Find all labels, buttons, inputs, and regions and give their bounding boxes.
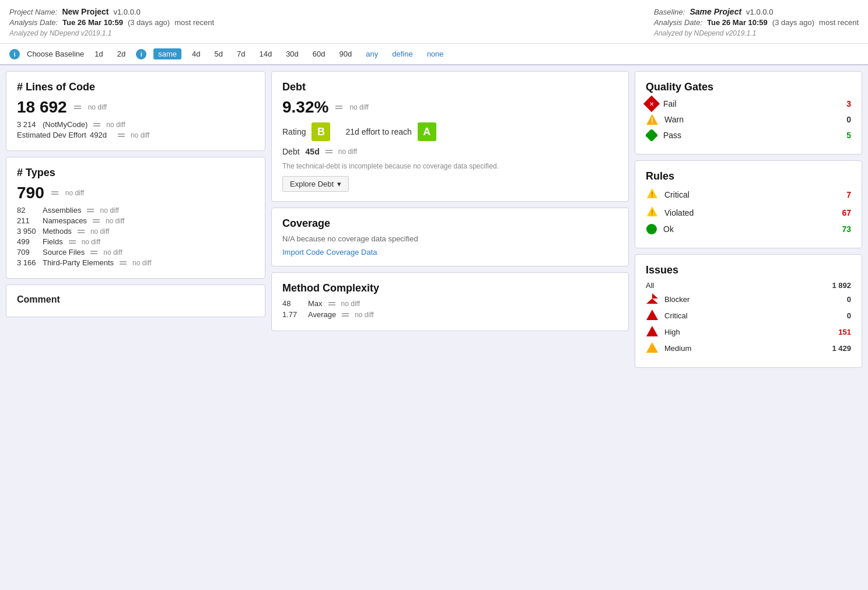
loc-notmycode-row: 3 214 (NotMyCode) no diff: [17, 120, 254, 129]
svg-text:!: !: [651, 209, 653, 217]
analysis-recent: most recent: [174, 18, 214, 27]
baseline-name: Same Project: [690, 7, 741, 16]
issues-medium-row[interactable]: Medium 1 429: [646, 342, 851, 355]
issues-blocker-label: Blocker: [664, 295, 690, 304]
baseline-btn-90d[interactable]: 90d: [336, 48, 356, 59]
types-value-row: 790 no diff: [17, 184, 254, 202]
debt-percent-eq: [335, 106, 342, 109]
issues-high-count: 151: [838, 328, 851, 336]
quality-gates-fail-row[interactable]: Fail 3: [646, 98, 851, 110]
coverage-card: Coverage N/A because no coverage data sp…: [271, 208, 629, 266]
loc-deveffort-eq-icon: [118, 134, 125, 137]
svg-marker-9: [646, 298, 658, 304]
issues-all-row[interactable]: All 1 892: [646, 281, 851, 290]
baseline-label: Baseline:: [654, 8, 685, 16]
complexity-title: Method Complexity: [282, 282, 618, 294]
fail-icon: [643, 96, 660, 112]
baseline-btn-60d[interactable]: 60d: [309, 48, 329, 59]
import-coverage-link[interactable]: Import Code Coverage Data: [282, 248, 377, 257]
quality-gates-warn-row[interactable]: ! Warn 0: [646, 113, 851, 126]
types-title: # Types: [17, 167, 254, 179]
issues-title: Issues: [646, 264, 851, 276]
baseline-btn-same[interactable]: same: [153, 48, 181, 59]
debt-rating-label: Rating: [282, 127, 306, 136]
explore-debt-icon: ▾: [337, 180, 341, 188]
types-thirdparty-num: 3 166: [17, 258, 39, 267]
main-content: # Lines of Code 18 692 no diff 3 214 (No…: [0, 65, 868, 374]
rules-critical-label: Critical: [664, 190, 690, 199]
rules-violated-icon: !: [646, 205, 659, 220]
left-column: # Lines of Code 18 692 no diff 3 214 (No…: [6, 71, 265, 368]
quality-gates-fail-count: 3: [846, 99, 851, 108]
issues-blocker-row[interactable]: Blocker 0: [646, 293, 851, 306]
explore-debt-button[interactable]: Explore Debt ▾: [282, 176, 349, 192]
baseline-btn-1d[interactable]: 1d: [91, 48, 106, 59]
baseline-btn-4d[interactable]: 4d: [188, 48, 204, 59]
debt-percent: 9.32%: [282, 98, 328, 117]
pass-icon: [646, 129, 657, 141]
complexity-avg-row: 1.77 Average no diff: [282, 310, 618, 319]
loc-eq-icon: [74, 106, 81, 109]
baseline-date-row: Analysis Date: Tue 26 Mar 10:59 (3 days …: [654, 18, 859, 27]
loc-title: # Lines of Code: [17, 81, 254, 93]
project-version: v1.0.0.0: [114, 8, 141, 16]
types-value: 790: [17, 184, 44, 202]
explore-debt-label: Explore Debt: [290, 180, 334, 188]
issues-all-label: All: [646, 281, 654, 290]
complexity-avg-label: Average: [308, 310, 336, 319]
types-sourcefiles-row: 709 Source Files no diff: [17, 248, 254, 257]
debt-value: 45d: [306, 147, 320, 156]
baseline-btn-2d[interactable]: 2d: [114, 48, 129, 59]
loc-value-row: 18 692 no diff: [17, 98, 254, 117]
baseline-version: v1.0.0.0: [746, 8, 773, 16]
rules-critical-icon: !: [646, 187, 659, 202]
baseline-btn-any[interactable]: any: [362, 48, 382, 59]
svg-point-7: [646, 224, 657, 234]
issues-critical-row[interactable]: Critical 0: [646, 309, 851, 322]
types-assemblies-num: 82: [17, 206, 39, 215]
issues-high-label: High: [664, 328, 680, 336]
issues-high-row[interactable]: High 151: [646, 325, 851, 339]
debt-effort-target: A: [418, 122, 436, 141]
loc-deveffort-label: Estimated Dev Effort: [17, 131, 86, 139]
debt-value-label: Debt: [282, 147, 300, 156]
debt-effort-label: 21d effort to reach: [345, 127, 411, 136]
loc-deveffort-value: 492d: [90, 131, 112, 139]
baseline-btn-30d[interactable]: 30d: [282, 48, 302, 59]
types-methods-label: Methods: [43, 227, 72, 236]
debt-rating-badge: B: [312, 122, 330, 141]
debt-value-diff: no diff: [338, 148, 357, 156]
quality-gates-title: Quality Gates: [646, 81, 851, 93]
analysis-date-value: Tue 26 Mar 10:59: [62, 18, 123, 27]
types-eq-icon: [51, 191, 58, 195]
baseline-choose-label: Choose Baseline: [27, 50, 84, 58]
rules-violated-row[interactable]: ! Violated 67: [646, 205, 851, 220]
analysis-ago: (3 days ago): [128, 18, 170, 27]
analyzed-by: Analyzed by NDepend v2019.1.1: [9, 29, 214, 37]
baseline-btn-define[interactable]: define: [388, 48, 416, 59]
complexity-max-value: 48: [282, 299, 304, 308]
debt-percent-row: 9.32% no diff: [282, 98, 618, 117]
loc-value: 18 692: [17, 98, 67, 117]
quality-gates-pass-row[interactable]: Pass 5: [646, 129, 851, 141]
project-info: Project Name: New Project v1.0.0.0 Analy…: [9, 7, 214, 37]
rules-ok-row[interactable]: Ok 73: [646, 223, 851, 235]
baseline-name-row: Baseline: Same Project v1.0.0.0: [654, 7, 859, 16]
coverage-title: Coverage: [282, 217, 618, 230]
baseline-btn-14d[interactable]: 14d: [256, 48, 275, 59]
complexity-avg-value: 1.77: [282, 310, 304, 319]
issues-critical-icon: [646, 309, 659, 322]
types-nodiff: no diff: [65, 189, 84, 197]
issues-critical-label: Critical: [664, 311, 688, 320]
debt-note: The technical-debt is incomplete because…: [282, 161, 618, 171]
loc-nodiff: no diff: [88, 103, 107, 111]
rules-critical-row[interactable]: ! Critical 7: [646, 187, 851, 202]
types-assemblies-label: Assemblies: [43, 206, 81, 215]
debt-rating-row: Rating B 21d effort to reach A: [282, 122, 618, 141]
rules-ok-count: 73: [842, 224, 851, 234]
baseline-btn-5d[interactable]: 5d: [211, 48, 226, 59]
loc-notmycode-count: 3 214: [17, 120, 39, 129]
baseline-btn-7d[interactable]: 7d: [233, 48, 249, 59]
debt-nodiff: no diff: [349, 103, 368, 111]
baseline-btn-none[interactable]: none: [424, 48, 447, 59]
